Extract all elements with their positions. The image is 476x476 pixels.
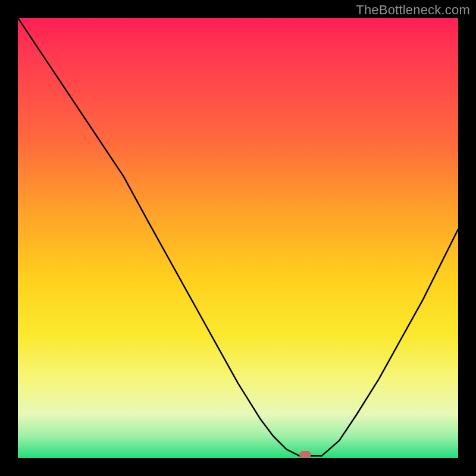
chart-frame: TheBottleneck.com	[0, 0, 476, 476]
attribution-text: TheBottleneck.com	[356, 2, 470, 18]
curve-svg	[18, 18, 458, 458]
plot-area	[18, 18, 458, 458]
bottleneck-curve	[18, 18, 458, 456]
optimum-marker	[299, 451, 311, 458]
